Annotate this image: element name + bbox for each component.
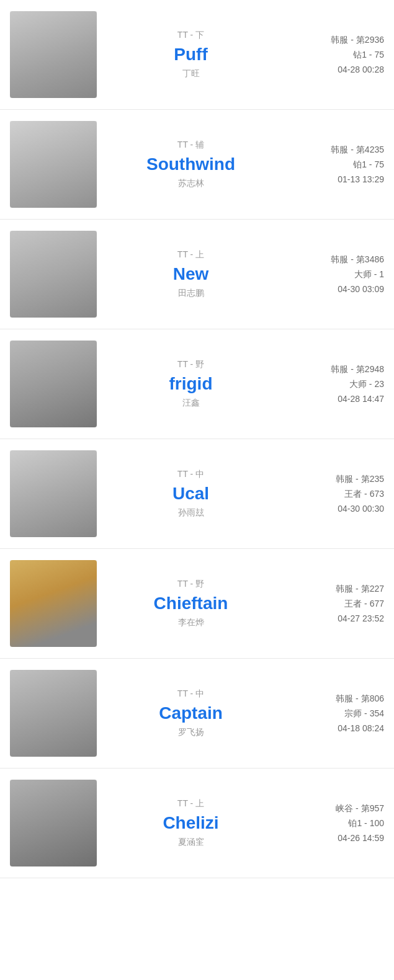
- player-avatar-new: [10, 231, 97, 318]
- player-row: TT - 中 Captain 罗飞扬 韩服 - 第806 宗师 - 354 04…: [0, 659, 394, 768]
- player-avatar-ucal: [10, 450, 97, 537]
- stat-rank-chelizi: 铂1 - 100: [285, 818, 384, 829]
- player-realname-frigid: 汪鑫: [109, 398, 272, 409]
- stat-time-southwind: 01-13 13:29: [285, 174, 384, 184]
- player-role-chelizi: TT - 上: [109, 798, 272, 809]
- stat-time-puff: 04-28 00:28: [285, 65, 384, 74]
- player-role-captain: TT - 中: [109, 688, 272, 700]
- player-gamename-puff: Puff: [109, 45, 272, 65]
- stat-time-ucal: 04-30 00:30: [285, 504, 384, 514]
- player-gamename-southwind: Southwind: [109, 154, 272, 174]
- player-realname-chieftain: 李在烨: [109, 617, 272, 628]
- player-role-southwind: TT - 辅: [109, 140, 272, 151]
- player-stats-puff: 韩服 - 第2936 钻1 - 75 04-28 00:28: [285, 35, 384, 74]
- player-stats-chieftain: 韩服 - 第227 王者 - 677 04-27 23:52: [285, 584, 384, 623]
- player-avatar-frigid: [10, 341, 97, 427]
- player-gamename-chieftain: Chieftain: [109, 594, 272, 613]
- player-realname-puff: 丁旺: [109, 68, 272, 79]
- stat-time-chelizi: 04-26 14:59: [285, 833, 384, 843]
- player-stats-captain: 韩服 - 第806 宗师 - 354 04-18 08:24: [285, 693, 384, 733]
- player-stats-new: 韩服 - 第3486 大师 - 1 04-30 03:09: [285, 254, 384, 294]
- player-gamename-ucal: Ucal: [109, 484, 272, 504]
- player-avatar-chieftain: [10, 560, 97, 647]
- stat-rank-puff: 钻1 - 75: [285, 50, 384, 61]
- player-info-captain: TT - 中 Captain 罗飞扬: [97, 688, 285, 738]
- stat-rank-southwind: 铂1 - 75: [285, 159, 384, 171]
- player-avatar-captain: [10, 670, 97, 757]
- stat-server-frigid: 韩服 - 第2948: [285, 364, 384, 375]
- stat-rank-chieftain: 王者 - 677: [285, 599, 384, 610]
- stat-rank-captain: 宗师 - 354: [285, 708, 384, 719]
- player-gamename-frigid: frigid: [109, 374, 272, 394]
- stat-time-frigid: 04-28 14:47: [285, 394, 384, 404]
- stat-server-captain: 韩服 - 第806: [285, 693, 384, 705]
- player-role-puff: TT - 下: [109, 30, 272, 41]
- player-info-chieftain: TT - 野 Chieftain 李在烨: [97, 579, 285, 628]
- player-row: TT - 上 New 田志鹏 韩服 - 第3486 大师 - 1 04-30 0…: [0, 220, 394, 329]
- player-row: TT - 中 Ucal 孙雨玆 韩服 - 第235 王者 - 673 04-30…: [0, 439, 394, 549]
- player-realname-ucal: 孙雨玆: [109, 507, 272, 519]
- player-avatar-puff: [10, 11, 97, 98]
- stat-server-southwind: 韩服 - 第4235: [285, 145, 384, 156]
- player-info-southwind: TT - 辅 Southwind 苏志林: [97, 140, 285, 189]
- player-role-new: TT - 上: [109, 249, 272, 261]
- stat-time-captain: 04-18 08:24: [285, 723, 384, 733]
- player-gamename-chelizi: Chelizi: [109, 813, 272, 833]
- stat-time-chieftain: 04-27 23:52: [285, 613, 384, 623]
- player-gamename-captain: Captain: [109, 703, 272, 723]
- player-info-puff: TT - 下 Puff 丁旺: [97, 30, 285, 79]
- stat-server-new: 韩服 - 第3486: [285, 254, 384, 265]
- player-realname-new: 田志鹏: [109, 288, 272, 299]
- player-info-chelizi: TT - 上 Chelizi 夏涵窐: [97, 798, 285, 848]
- player-stats-chelizi: 峡谷 - 第957 铂1 - 100 04-26 14:59: [285, 803, 384, 843]
- player-avatar-southwind: [10, 121, 97, 208]
- player-stats-southwind: 韩服 - 第4235 铂1 - 75 01-13 13:29: [285, 145, 384, 184]
- player-row: TT - 辅 Southwind 苏志林 韩服 - 第4235 铂1 - 75 …: [0, 110, 394, 220]
- stat-rank-ucal: 王者 - 673: [285, 489, 384, 500]
- player-row: TT - 上 Chelizi 夏涵窐 峡谷 - 第957 铂1 - 100 04…: [0, 768, 394, 878]
- player-role-frigid: TT - 野: [109, 359, 272, 370]
- player-role-ucal: TT - 中: [109, 469, 272, 480]
- player-row: TT - 下 Puff 丁旺 韩服 - 第2936 钻1 - 75 04-28 …: [0, 0, 394, 110]
- stat-server-puff: 韩服 - 第2936: [285, 35, 384, 46]
- player-info-frigid: TT - 野 frigid 汪鑫: [97, 359, 285, 409]
- player-avatar-chelizi: [10, 780, 97, 866]
- player-stats-frigid: 韩服 - 第2948 大师 - 23 04-28 14:47: [285, 364, 384, 404]
- player-stats-ucal: 韩服 - 第235 王者 - 673 04-30 00:30: [285, 474, 384, 514]
- stat-server-chieftain: 韩服 - 第227: [285, 584, 384, 595]
- stat-rank-new: 大师 - 1: [285, 269, 384, 280]
- stat-server-ucal: 韩服 - 第235: [285, 474, 384, 485]
- player-info-new: TT - 上 New 田志鹏: [97, 249, 285, 299]
- stat-server-chelizi: 峡谷 - 第957: [285, 803, 384, 814]
- stat-time-new: 04-30 03:09: [285, 284, 384, 294]
- player-row: TT - 野 Chieftain 李在烨 韩服 - 第227 王者 - 677 …: [0, 549, 394, 659]
- player-gamename-new: New: [109, 264, 272, 284]
- player-row: TT - 野 frigid 汪鑫 韩服 - 第2948 大师 - 23 04-2…: [0, 329, 394, 439]
- player-realname-southwind: 苏志林: [109, 178, 272, 189]
- player-realname-chelizi: 夏涵窐: [109, 837, 272, 848]
- player-realname-captain: 罗飞扬: [109, 727, 272, 738]
- player-info-ucal: TT - 中 Ucal 孙雨玆: [97, 469, 285, 519]
- stat-rank-frigid: 大师 - 23: [285, 379, 384, 390]
- player-role-chieftain: TT - 野: [109, 579, 272, 590]
